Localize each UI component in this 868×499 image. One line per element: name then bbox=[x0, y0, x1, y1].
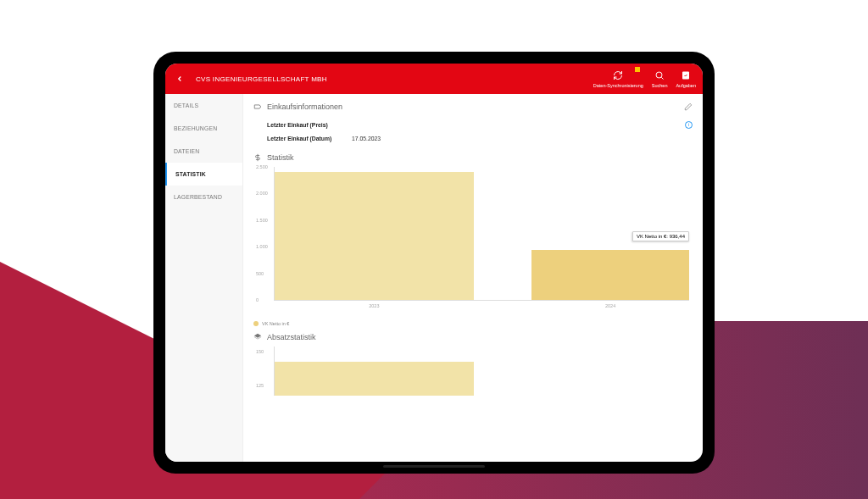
chart-bar-2024[interactable] bbox=[531, 250, 689, 300]
section-header-purchase: Einkaufsinformationen bbox=[253, 103, 693, 111]
chart-bar-2023[interactable] bbox=[275, 172, 474, 300]
main-content[interactable]: Einkaufsinformationen Letzter Einkauf (P… bbox=[243, 94, 703, 462]
back-button[interactable] bbox=[172, 71, 187, 86]
page-title: CVS INGENIEURGESELLSCHAFT MBH bbox=[196, 75, 327, 83]
sync-button[interactable]: Daten-Synchronisierung bbox=[593, 69, 643, 88]
tasks-label: Aufgaben bbox=[676, 83, 696, 88]
search-label: Suchen bbox=[652, 83, 668, 88]
absatz-chart: 150 125 bbox=[253, 345, 693, 396]
chart2-plot-area[interactable]: 150 125 bbox=[274, 347, 689, 396]
dollar-icon bbox=[253, 153, 262, 162]
chart-legend: VK Netto in € bbox=[253, 321, 289, 326]
label-last-purchase-date: Letzter Einkauf (Datum) bbox=[267, 136, 352, 141]
sync-notification-badge bbox=[635, 67, 640, 72]
section-header-absatz: Absatzstatistik bbox=[253, 333, 693, 341]
legend-text: VK Netto in € bbox=[262, 321, 289, 326]
tablet-home-indicator bbox=[383, 465, 485, 468]
chart-plot-area[interactable]: VK Netto in €: 936,44 2023 2024 05001.00… bbox=[274, 167, 689, 301]
chart2-bar-2023[interactable] bbox=[275, 362, 474, 396]
sync-label: Daten-Synchronisierung bbox=[593, 83, 643, 88]
edit-button[interactable] bbox=[684, 103, 693, 111]
chart-tooltip: VK Netto in €: 936,44 bbox=[632, 231, 689, 241]
section-title-purchase: Einkaufsinformationen bbox=[267, 103, 342, 111]
sidebar: DETAILS BEZIEHUNGEN DATEIEN STATISTIK LA… bbox=[165, 94, 243, 462]
app-screen: CVS INGENIEURGESELLSCHAFT MBH Daten-Sync… bbox=[165, 64, 703, 462]
tablet-frame: CVS INGENIEURGESELLSCHAFT MBH Daten-Sync… bbox=[153, 52, 715, 474]
chart-xtick-2024: 2024 bbox=[605, 303, 615, 308]
sidebar-item-statistik[interactable]: STATISTIK bbox=[165, 163, 242, 186]
value-last-purchase-date: 17.05.2023 bbox=[352, 136, 381, 141]
chevron-left-icon bbox=[175, 75, 184, 83]
section-title-statistik: Statistik bbox=[267, 153, 294, 162]
info-icon[interactable]: i bbox=[685, 121, 693, 129]
section-title-absatz: Absatzstatistik bbox=[267, 333, 316, 341]
section-header-statistik: Statistik bbox=[253, 153, 693, 162]
purchase-info-rows: Letzter Einkauf (Preis) i Letzter Einkau… bbox=[253, 114, 693, 150]
sync-icon bbox=[612, 69, 624, 81]
layers-icon bbox=[253, 333, 262, 341]
sidebar-item-details[interactable]: DETAILS bbox=[165, 94, 242, 117]
search-icon bbox=[654, 69, 665, 81]
chart-ytick: 2.000 bbox=[256, 191, 268, 196]
row-last-purchase-price: Letzter Einkauf (Preis) i bbox=[267, 118, 693, 131]
app-header: CVS INGENIEURGESELLSCHAFT MBH Daten-Sync… bbox=[165, 64, 703, 94]
svg-line-1 bbox=[661, 77, 663, 79]
search-button[interactable]: Suchen bbox=[652, 69, 668, 88]
sidebar-item-lagerbestand[interactable]: LAGERBESTAND bbox=[165, 186, 242, 208]
chart2-ytick-125: 125 bbox=[256, 383, 264, 388]
label-last-purchase-price: Letzter Einkauf (Preis) bbox=[267, 122, 352, 128]
legend-swatch bbox=[253, 321, 259, 326]
chart-ytick: 2.500 bbox=[256, 164, 268, 169]
chart-ytick: 500 bbox=[256, 271, 264, 276]
chart-xtick-2023: 2023 bbox=[369, 303, 379, 308]
sidebar-item-beziehungen[interactable]: BEZIEHUNGEN bbox=[165, 117, 242, 140]
chart2-ytick-150: 150 bbox=[256, 349, 264, 354]
statistik-chart: VK Netto in €: 936,44 2023 2024 05001.00… bbox=[253, 165, 693, 326]
sidebar-item-dateien[interactable]: DATEIEN bbox=[165, 140, 242, 163]
tasks-icon bbox=[680, 69, 692, 81]
tag-icon bbox=[253, 103, 262, 111]
chart-ytick: 0 bbox=[256, 297, 259, 302]
row-last-purchase-date: Letzter Einkauf (Datum) 17.05.2023 bbox=[267, 131, 693, 145]
chart-ytick: 1.000 bbox=[256, 244, 268, 249]
svg-point-0 bbox=[656, 72, 662, 78]
tasks-button[interactable]: Aufgaben bbox=[676, 69, 696, 88]
chart-ytick: 1.500 bbox=[256, 218, 268, 223]
